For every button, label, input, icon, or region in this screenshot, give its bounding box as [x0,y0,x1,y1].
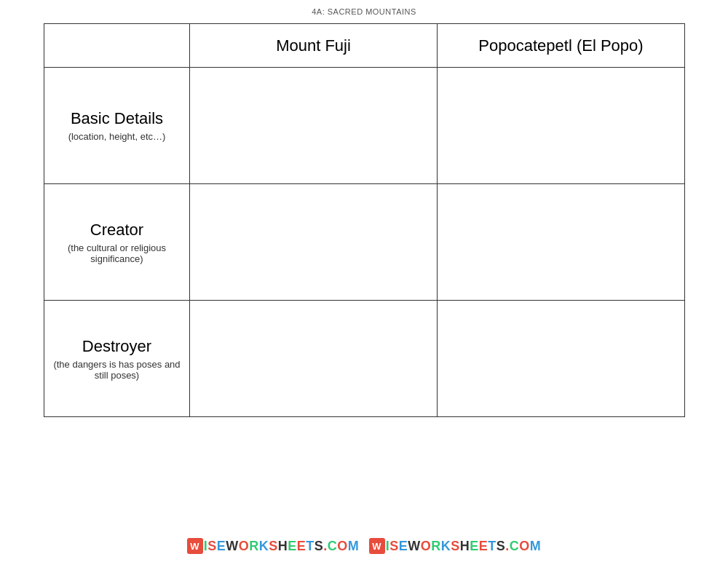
brand-letters-left: ISEWORKSHEETS.COM [204,539,360,554]
row-title-basic-details: Basic Details [52,109,182,128]
row-label-creator: Creator (the cultural or religious signi… [44,184,190,301]
brand-letters-right: ISEWORKSHEETS.COM [386,539,542,554]
table-row: Creator (the cultural or religious signi… [44,184,685,301]
header-label-cell [44,24,190,68]
brand-right: W ISEWORKSHEETS.COM [369,538,542,554]
comparison-table: Mount Fuji Popocatepetl (El Popo) Basic … [44,23,685,417]
row-label-basic-details: Basic Details (location, height, etc…) [44,68,190,184]
header-row: Mount Fuji Popocatepetl (El Popo) [44,24,685,68]
row-label-destroyer: Destroyer (the dangers is has poses and … [44,301,190,417]
brand-left: W ISEWORKSHEETS.COM [187,538,360,554]
creator-col1[interactable] [190,184,438,301]
table-wrapper: Mount Fuji Popocatepetl (El Popo) Basic … [44,23,684,526]
row-subtitle-basic-details: (location, height, etc…) [52,131,182,142]
table-row: Destroyer (the dangers is has poses and … [44,301,685,417]
basic-details-col2[interactable] [438,68,685,184]
table-row: Basic Details (location, height, etc…) [44,68,685,184]
destroyer-col1[interactable] [190,301,438,417]
brand-icon-w-right: W [369,538,385,554]
creator-col2[interactable] [438,184,685,301]
header-col1: Mount Fuji [190,24,438,68]
branding-bar: W ISEWORKSHEETS.COM W ISEWORKSHEETS.COM [0,530,728,562]
row-title-creator: Creator [52,221,182,240]
row-subtitle-destroyer: (the dangers is has poses and still pose… [52,359,182,381]
page-container: 4A: SACRED MOUNTAINS Mount Fuji Popocate… [0,0,728,562]
row-subtitle-creator: (the cultural or religious significance) [52,242,182,264]
row-title-destroyer: Destroyer [52,337,182,356]
destroyer-col2[interactable] [438,301,685,417]
basic-details-col1[interactable] [190,68,438,184]
brand-icon-w-left: W [187,538,203,554]
page-title: 4A: SACRED MOUNTAINS [312,7,416,16]
header-col2: Popocatepetl (El Popo) [438,24,685,68]
